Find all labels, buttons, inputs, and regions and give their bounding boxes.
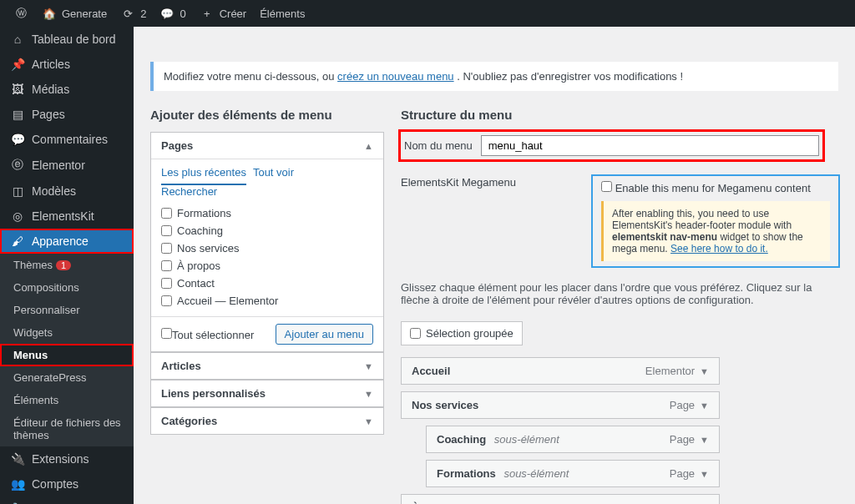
hint-link[interactable]: See here how to do it. bbox=[670, 243, 768, 255]
refresh-icon: ⟳ bbox=[120, 8, 135, 20]
menu-item[interactable]: Formations sous-élémentPage ▼ bbox=[426, 460, 720, 487]
postbox-pages-header[interactable]: Pages ▲ bbox=[151, 133, 383, 159]
menu-items: AccueilElementor ▼Nos servicesPage ▼Coac… bbox=[401, 357, 838, 504]
sidebar-sub-themes[interactable]: Thèmes1 bbox=[0, 254, 134, 276]
postbox-articles-title: Articles bbox=[161, 360, 201, 372]
grouped-checkbox[interactable] bbox=[410, 328, 421, 339]
sidebar-sub-menus[interactable]: Menus bbox=[0, 344, 134, 366]
home-icon: 🏠 bbox=[42, 8, 57, 20]
sidebar-label: ElementsKit bbox=[32, 209, 94, 223]
tab-recent[interactable]: Les plus récentes bbox=[161, 166, 246, 185]
postbox-articles-header[interactable]: Articles ▼ bbox=[151, 353, 383, 379]
dashboard-icon: ⌂ bbox=[10, 33, 25, 46]
sidebar-item-dashboard[interactable]: ⌂Tableau de bord bbox=[0, 27, 134, 52]
tab-all[interactable]: Tout voir bbox=[253, 166, 294, 185]
sidebar-item-extensions[interactable]: 🔌Extensions bbox=[0, 446, 134, 471]
add-to-menu-button[interactable]: Ajouter au menu bbox=[276, 324, 373, 345]
page-checkbox-item[interactable]: Accueil — Elementor bbox=[161, 292, 373, 310]
site-name: Generate bbox=[62, 8, 107, 20]
pages-list: FormationsCoachingNos servicesÀ proposCo… bbox=[151, 198, 383, 316]
sidebar-label: Pages bbox=[32, 108, 65, 121]
grouped-selection-top[interactable]: Sélection groupée bbox=[401, 321, 523, 345]
chevron-down-icon[interactable]: ▼ bbox=[700, 469, 709, 479]
megamenu-enable-checkbox[interactable] bbox=[601, 181, 612, 192]
page-checkbox-item[interactable]: Formations bbox=[161, 204, 373, 222]
sidebar-item-media[interactable]: 🖼Médias bbox=[0, 77, 134, 102]
sidebar-sub-customize[interactable]: Personnaliser bbox=[0, 299, 134, 321]
select-all-checkbox[interactable] bbox=[161, 328, 172, 339]
sidebar-sub-generatepress[interactable]: GeneratePress bbox=[0, 366, 134, 389]
chevron-down-icon[interactable]: ▼ bbox=[700, 366, 709, 376]
megamenu-enable-label[interactable]: Enable this menu for Megamenu content bbox=[601, 181, 830, 194]
sidebar-item-posts[interactable]: 📌Articles bbox=[0, 52, 134, 77]
menu-structure-column: Structure du menu Nom du menu ElementsKi… bbox=[401, 108, 838, 504]
notice-text-before: Modifiez votre menu ci-dessous, ou bbox=[164, 70, 337, 83]
menu-item-type: Elementor ▼ bbox=[645, 365, 709, 377]
sidebar-sub-appearance: Thèmes1 Compositions Personnaliser Widge… bbox=[0, 254, 134, 446]
add-menu-items-column: Ajouter des éléments de menu Pages ▲ Les… bbox=[150, 108, 384, 504]
page-label: Coaching bbox=[177, 224, 223, 237]
elements-link[interactable]: Éléments bbox=[253, 8, 311, 20]
postbox-pages: Pages ▲ Les plus récentes Tout voir Rech… bbox=[150, 132, 384, 352]
hint-bold: elementskit nav-menu bbox=[612, 231, 717, 243]
notice-link-create-menu[interactable]: créez un nouveau menu bbox=[337, 70, 453, 83]
page-checkbox[interactable] bbox=[161, 278, 172, 289]
sidebar-item-tools[interactable]: 🔧Outils bbox=[0, 496, 134, 504]
sidebar-item-elementskit[interactable]: ◎ElementsKit bbox=[0, 204, 134, 229]
sidebar-item-models[interactable]: ◫Modèles bbox=[0, 179, 134, 204]
page-checkbox-item[interactable]: À propos bbox=[161, 257, 373, 275]
page-label: Nos services bbox=[177, 242, 239, 255]
postbox-custom-links-header[interactable]: Liens personnalisés ▼ bbox=[151, 381, 383, 406]
menu-item[interactable]: Nos servicesPage ▼ bbox=[401, 391, 720, 419]
create-label: Créer bbox=[220, 8, 247, 20]
sidebar-sub-compositions[interactable]: Compositions bbox=[0, 276, 134, 299]
updates-count: 2 bbox=[140, 8, 146, 20]
page-checkbox[interactable] bbox=[161, 243, 172, 254]
comment-icon: 💬 bbox=[10, 133, 25, 146]
admin-bar: ⓦ 🏠Generate ⟳2 💬0 +Créer Éléments bbox=[0, 0, 855, 27]
page-checkbox[interactable] bbox=[161, 260, 172, 271]
wordpress-icon: ⓦ bbox=[13, 6, 28, 21]
page-checkbox-item[interactable]: Coaching bbox=[161, 222, 373, 239]
menu-item[interactable]: Coaching sous-élémentPage ▼ bbox=[426, 426, 720, 453]
sidebar-label: Modèles bbox=[32, 184, 76, 198]
chevron-down-icon: ▼ bbox=[364, 416, 373, 426]
chevron-down-icon[interactable]: ▼ bbox=[700, 435, 709, 445]
menu-item[interactable]: À proposPage ▼ bbox=[401, 494, 720, 504]
sidebar-sub-elements[interactable]: Éléments bbox=[0, 389, 134, 411]
page-checkbox[interactable] bbox=[161, 208, 172, 219]
sidebar-item-comments[interactable]: 💬Commentaires bbox=[0, 127, 134, 152]
postbox-categories-header[interactable]: Catégories ▼ bbox=[151, 408, 383, 434]
postbox-categories-title: Catégories bbox=[161, 415, 217, 427]
site-link[interactable]: 🏠Generate bbox=[35, 8, 114, 20]
wp-logo[interactable]: ⓦ bbox=[7, 6, 35, 21]
menu-item-subtext: sous-élément bbox=[491, 433, 559, 446]
page-checkbox-item[interactable]: Contact bbox=[161, 275, 373, 292]
page-checkbox-item[interactable]: Nos services bbox=[161, 239, 373, 257]
sidebar-item-elementor[interactable]: ⓔElementor bbox=[0, 152, 134, 179]
menu-name-input[interactable] bbox=[481, 135, 819, 156]
page-icon: ▤ bbox=[10, 108, 25, 121]
sidebar-item-accounts[interactable]: 👥Comptes bbox=[0, 471, 134, 496]
menu-item-title: Nos services bbox=[412, 399, 478, 411]
menu-item-type: Page ▼ bbox=[670, 399, 709, 411]
elementor-icon: ⓔ bbox=[10, 158, 25, 173]
create-link[interactable]: +Créer bbox=[193, 8, 254, 20]
sidebar-item-appearance[interactable]: 🖌Apparence bbox=[0, 229, 134, 254]
menu-item-title: Accueil bbox=[412, 365, 450, 377]
menu-item-type: Page ▼ bbox=[670, 433, 709, 446]
select-all-label[interactable]: Tout sélectionner bbox=[161, 328, 254, 341]
sidebar-label: Apparence bbox=[32, 234, 89, 248]
updates-link[interactable]: ⟳2 bbox=[114, 8, 153, 20]
tab-search[interactable]: Rechercher bbox=[161, 185, 217, 198]
sidebar-sub-widgets[interactable]: Widgets bbox=[0, 321, 134, 344]
menu-item[interactable]: AccueilElementor ▼ bbox=[401, 357, 720, 385]
comments-link[interactable]: 💬0 bbox=[153, 8, 192, 20]
menu-item-title: Coaching bbox=[437, 433, 486, 446]
sidebar-item-pages[interactable]: ▤Pages bbox=[0, 102, 134, 127]
sidebar-sub-theme-editor[interactable]: Éditeur de fichiers des thèmes bbox=[0, 411, 134, 446]
page-checkbox[interactable] bbox=[161, 295, 172, 306]
page-checkbox[interactable] bbox=[161, 225, 172, 236]
plugin-icon: 🔌 bbox=[10, 452, 25, 466]
chevron-down-icon[interactable]: ▼ bbox=[700, 401, 709, 411]
